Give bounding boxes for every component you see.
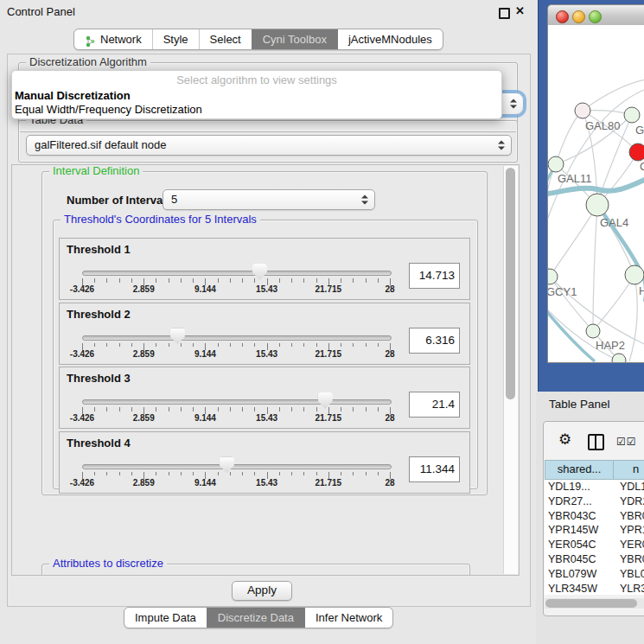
network-node[interactable]: [548, 269, 558, 284]
tab-discretize-data[interactable]: Discretize Data: [207, 608, 304, 628]
num-intervals-label: Number of Intervals: [67, 194, 172, 207]
cell-shared-name[interactable]: YBR045C: [545, 552, 616, 567]
tab-style[interactable]: Style: [152, 29, 199, 49]
table-row[interactable]: YBL079WYBL0: [545, 567, 644, 582]
table-row[interactable]: YPR145WYPR1: [545, 523, 644, 538]
cell-name[interactable]: YDL1: [616, 480, 644, 494]
threshold-slider-track[interactable]: [82, 399, 392, 405]
table-row[interactable]: YBR043CYBR0: [545, 509, 644, 524]
cell-shared-name[interactable]: YPR145W: [545, 523, 616, 538]
cell-name[interactable]: YLR3: [616, 582, 644, 595]
network-window: GAL80GCGAL11GAL4GCY1HHAP2: [547, 4, 644, 362]
network-node-label: HAP2: [596, 339, 625, 352]
cell-name[interactable]: YBR0: [616, 509, 644, 524]
slider-tick-labels: -3.4262.8599.14415.4321.71528: [82, 284, 390, 295]
minimize-traffic-light[interactable]: [572, 10, 585, 23]
tab-jactivemnodules[interactable]: jActiveMNodules: [337, 29, 443, 49]
tab-network[interactable]: Network: [74, 29, 152, 49]
close-traffic-light[interactable]: [556, 10, 569, 23]
table-horizontal-scrollbar[interactable]: [545, 598, 644, 609]
slider-tick-labels: -3.4262.8599.14415.4321.71528: [82, 349, 390, 360]
dropdown-item-equal-width[interactable]: Equal Width/Frequency Discretization: [12, 103, 501, 117]
cell-shared-name[interactable]: YLR345W: [545, 582, 616, 595]
thresholds-group-title: Threshold's Coordinates for 5 Intervals: [61, 213, 260, 226]
cell-shared-name[interactable]: YDR27...: [545, 494, 616, 509]
threshold-value-field[interactable]: 21.4: [409, 392, 460, 418]
network-node[interactable]: [548, 156, 564, 172]
threshold-slider-track[interactable]: [82, 335, 392, 341]
network-node[interactable]: [629, 143, 644, 161]
table-row[interactable]: YER054CYER0: [545, 538, 644, 552]
interval-definition-title: Interval Definition: [49, 164, 143, 177]
cell-name[interactable]: YPR1: [616, 523, 644, 538]
settings-scrollbar-thumb[interactable]: [506, 168, 515, 399]
table-panel-title: Table Panel: [549, 398, 610, 411]
table-hscrollbar-thumb[interactable]: [545, 599, 637, 608]
threshold-slider-track[interactable]: [82, 271, 392, 276]
num-intervals-value: 5: [171, 190, 177, 209]
interval-definition-group: Interval Definition Number of Intervals …: [41, 171, 488, 495]
screen: Control Panel ✕ Network Style: [0, 0, 644, 644]
attributes-group: Attributes to discretize Numerical Attri…: [41, 564, 470, 576]
cell-shared-name[interactable]: YBL079W: [545, 567, 616, 582]
cell-name[interactable]: YBL0: [616, 567, 644, 582]
tab-infer-network[interactable]: Infer Network: [304, 608, 392, 628]
network-node-label: GAL11: [558, 172, 592, 185]
control-panel: Control Panel ✕ Network Style: [0, 0, 538, 644]
slider-tick-labels: -3.4262.8599.14415.4321.71528: [82, 478, 390, 488]
threshold-label: Threshold 2: [67, 308, 131, 321]
column-header-shared-name[interactable]: shared...: [545, 461, 614, 479]
network-node[interactable]: [575, 103, 590, 118]
dropdown-item-manual-discretization[interactable]: Manual Discretization: [12, 89, 501, 103]
close-icon[interactable]: ✕: [515, 4, 525, 17]
tab-network-label: Network: [100, 29, 142, 49]
settings-vertical-scrollbar[interactable]: [503, 166, 518, 574]
tab-cyni-toolbox[interactable]: Cyni Toolbox: [252, 29, 337, 49]
network-node-label: GAL4: [600, 216, 628, 229]
threshold-label: Threshold 1: [67, 243, 131, 256]
threshold-value-field[interactable]: 14.713: [409, 263, 460, 289]
network-node[interactable]: [586, 324, 600, 338]
select-columns-checkboxes-icon[interactable]: ☑☑: [616, 436, 637, 448]
table-row[interactable]: YDR27...YDR2: [545, 494, 644, 509]
tab-select[interactable]: Select: [199, 29, 252, 49]
threshold-value-field[interactable]: 6.316: [409, 328, 460, 354]
cell-shared-name[interactable]: YDL19...: [545, 480, 616, 494]
table-row[interactable]: YLR345WYLR3: [545, 582, 644, 595]
threshold-panel: Threshold 1 -3.4262.8599.14415.4321.7152…: [59, 238, 470, 300]
gear-icon[interactable]: ⚙: [558, 432, 571, 447]
threshold-panel: Threshold 4 -3.4262.8599.14415.4321.7152…: [59, 431, 470, 494]
cell-name[interactable]: YBR0: [616, 552, 644, 567]
zoom-traffic-light[interactable]: [589, 10, 602, 23]
cell-shared-name[interactable]: YER054C: [545, 538, 616, 552]
network-tab-icon: [85, 34, 96, 46]
network-node-label: G: [635, 124, 644, 137]
threshold-value-field[interactable]: 11.344: [409, 456, 460, 482]
table-toolbar: ⚙ ☑☑: [544, 422, 644, 456]
network-node[interactable]: [586, 194, 609, 216]
threshold-panel: Threshold 3 -3.4262.8599.14415.4321.7152…: [59, 367, 470, 429]
cell-name[interactable]: YER0: [616, 538, 644, 552]
network-canvas[interactable]: GAL80GCGAL11GAL4GCY1HHAP2: [547, 25, 644, 363]
threshold-slider-track[interactable]: [82, 464, 392, 469]
columns-icon[interactable]: [588, 434, 604, 450]
network-node-label: GAL80: [585, 119, 620, 132]
table-rows: YDL19...YDL1YDR27...YDR2YBR043CYBR0YPR14…: [545, 480, 644, 595]
algorithm-dropdown-popup: Select algorithm to view settings Manual…: [11, 70, 502, 119]
table-row[interactable]: YDL19...YDL1: [545, 480, 644, 494]
tab-impute-data[interactable]: Impute Data: [124, 608, 207, 628]
apply-button[interactable]: Apply: [232, 581, 292, 601]
cell-name[interactable]: YDR2: [616, 494, 644, 509]
network-window-titlebar[interactable]: [547, 4, 644, 27]
table-data-combobox[interactable]: galFiltered.sif default node: [26, 135, 512, 156]
num-intervals-combobox[interactable]: 5: [163, 189, 375, 210]
table-data-group: Table Data galFiltered.sif default node: [18, 120, 518, 163]
settings-scrollpane: Interval Definition Number of Intervals …: [11, 164, 520, 576]
float-window-icon[interactable]: [499, 8, 510, 19]
table-row[interactable]: YBR045CYBR0: [545, 552, 644, 567]
network-node[interactable]: [624, 107, 640, 123]
column-header-name[interactable]: n: [614, 461, 644, 479]
network-node[interactable]: [625, 265, 644, 284]
table-data-selected: galFiltered.sif default node: [35, 136, 166, 155]
cell-shared-name[interactable]: YBR043C: [545, 509, 616, 524]
